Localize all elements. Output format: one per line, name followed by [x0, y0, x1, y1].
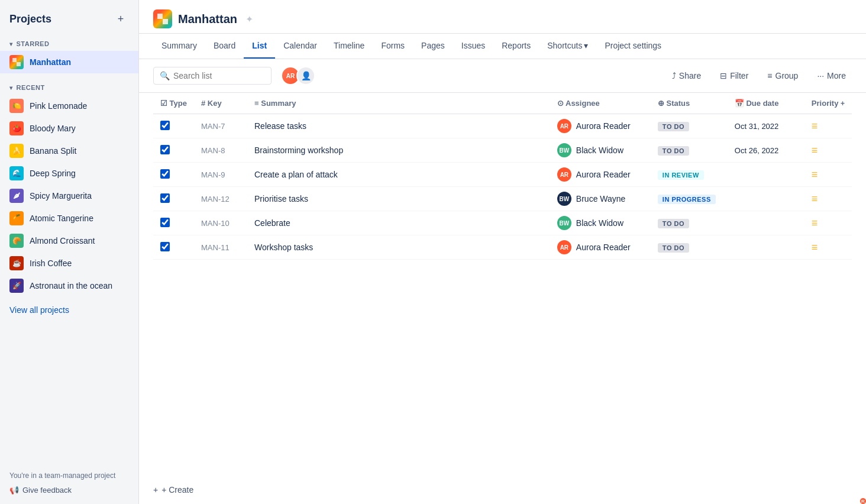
- tab-reports[interactable]: Reports: [493, 34, 539, 59]
- assignee-name: Black Widow: [576, 146, 623, 155]
- status-badge[interactable]: IN PROGRESS: [658, 195, 716, 204]
- starred-chevron-icon: ▾: [9, 41, 13, 47]
- row-summary-cell: Brainstorming workshop: [247, 138, 550, 163]
- share-button[interactable]: ⤴ Share: [666, 67, 707, 84]
- sidebar-item-label: Bloody Mary: [30, 124, 76, 133]
- task-summary: Brainstorming workshop: [254, 146, 343, 155]
- row-type-cell: [153, 235, 194, 260]
- task-key[interactable]: MAN-10: [201, 219, 230, 228]
- group-label: Group: [775, 71, 799, 80]
- recent-section-header[interactable]: ▾ RECENT: [0, 80, 138, 95]
- row-checkbox[interactable]: [160, 121, 170, 130]
- task-key[interactable]: MAN-9: [201, 170, 225, 179]
- row-checkbox[interactable]: [160, 169, 170, 179]
- assignee-avatar: AR: [557, 240, 571, 254]
- shortcuts-chevron-icon: ▾: [584, 41, 588, 50]
- row-checkbox[interactable]: [160, 242, 170, 251]
- sidebar-item-astronaut-ocean[interactable]: 🚀 Astronaut in the ocean: [0, 274, 138, 297]
- group-button[interactable]: ≡ Group: [761, 67, 804, 84]
- col-header-priority[interactable]: Priority +: [804, 93, 852, 114]
- tab-shortcuts[interactable]: Shortcuts ▾: [539, 34, 596, 59]
- row-duedate-cell: [728, 235, 804, 260]
- sidebar-item-banana-split[interactable]: 🍌 Banana Split: [0, 140, 138, 162]
- status-badge[interactable]: TO DO: [658, 243, 689, 253]
- tab-list[interactable]: List: [244, 34, 275, 59]
- table-row: MAN-11 Workshop tasks AR Aurora Reader T…: [153, 235, 852, 260]
- tab-project-settings[interactable]: Project settings: [596, 34, 670, 59]
- assignee-name: Aurora Reader: [576, 243, 631, 252]
- sidebar-item-almond-croissant[interactable]: 🥐 Almond Croissant: [0, 230, 138, 252]
- row-type-cell: [153, 138, 194, 163]
- sidebar-item-manhattan[interactable]: Manhattan: [0, 51, 138, 73]
- starred-section-header[interactable]: ▾ STARRED: [0, 37, 138, 51]
- sidebar-item-spicy-marguerita[interactable]: 🌶 Spicy Marguerita: [0, 185, 138, 207]
- row-checkbox[interactable]: [160, 193, 170, 203]
- sidebar-item-atomic-tangerine[interactable]: 🍊 Atomic Tangerine: [0, 207, 138, 230]
- status-badge[interactable]: IN REVIEW: [658, 170, 704, 180]
- task-key[interactable]: MAN-7: [201, 122, 225, 131]
- row-status-cell: TO DO: [651, 114, 728, 138]
- status-badge[interactable]: TO DO: [658, 219, 689, 228]
- more-icon: ···: [817, 71, 824, 80]
- col-header-summary: ≡ Summary: [247, 93, 550, 114]
- row-status-cell: TO DO: [651, 211, 728, 235]
- col-header-type: ☑ Type: [153, 93, 194, 114]
- task-key[interactable]: MAN-12: [201, 195, 230, 203]
- svg-rect-1: [17, 62, 21, 66]
- table-row: MAN-8 Brainstorming workshop BW Black Wi…: [153, 138, 852, 163]
- row-duedate-cell: [728, 211, 804, 235]
- row-assignee-cell: BW Black Widow: [550, 211, 651, 235]
- priority-icon: ≡: [812, 241, 818, 253]
- sidebar-item-pink-lemonade[interactable]: 🍋 Pink Lemonade: [0, 95, 138, 117]
- nav-tabs: Summary Board List Calendar Timeline For…: [139, 34, 866, 59]
- priority-icon: ≡: [812, 120, 818, 132]
- give-feedback-button[interactable]: 📢 Give feedback: [9, 486, 72, 495]
- tab-calendar[interactable]: Calendar: [275, 34, 325, 59]
- status-badge[interactable]: TO DO: [658, 122, 689, 131]
- sidebar-item-irish-coffee[interactable]: ☕ Irish Coffee: [0, 252, 138, 274]
- status-badge[interactable]: TO DO: [658, 146, 689, 156]
- more-button[interactable]: ··· More: [811, 67, 852, 84]
- row-key-cell: MAN-10: [194, 211, 247, 235]
- sidebar-item-deep-spring[interactable]: 🌊 Deep Spring: [0, 162, 138, 185]
- almond-croissant-icon: 🥐: [9, 234, 24, 248]
- tab-summary[interactable]: Summary: [153, 34, 205, 59]
- add-member-button[interactable]: 👤: [296, 66, 315, 85]
- row-checkbox[interactable]: [160, 218, 170, 227]
- view-all-projects-link[interactable]: View all projects: [0, 301, 138, 319]
- sidebar-item-label: Pink Lemonade: [30, 101, 87, 111]
- summary-col-icon: ≡: [254, 99, 259, 108]
- row-key-cell: MAN-11: [194, 235, 247, 260]
- task-key[interactable]: MAN-8: [201, 146, 225, 155]
- row-duedate-cell: Oct 26, 2022: [728, 138, 804, 163]
- atomic-tangerine-icon: 🍊: [9, 211, 24, 225]
- tab-issues[interactable]: Issues: [453, 34, 493, 59]
- assignee-avatar: AR: [557, 119, 571, 133]
- sidebar-item-label: Astronaut in the ocean: [30, 281, 112, 290]
- task-key[interactable]: MAN-11: [201, 243, 230, 252]
- row-checkbox[interactable]: [160, 145, 170, 154]
- tab-pages[interactable]: Pages: [413, 34, 453, 59]
- add-project-button[interactable]: +: [112, 11, 129, 27]
- status-col-icon: ⊕: [658, 99, 664, 108]
- tab-forms[interactable]: Forms: [373, 34, 413, 59]
- create-label: + Create: [161, 485, 193, 495]
- tab-board[interactable]: Board: [205, 34, 244, 59]
- search-box[interactable]: 🔍: [153, 67, 272, 85]
- col-header-status: ⊕ Status: [651, 93, 728, 114]
- filter-button[interactable]: ⊟ Filter: [714, 67, 754, 84]
- tab-timeline[interactable]: Timeline: [325, 34, 373, 59]
- shortcuts-label: Shortcuts: [547, 41, 582, 50]
- row-status-cell: IN PROGRESS: [651, 187, 728, 211]
- priority-icon: ≡: [812, 169, 818, 180]
- assignee-col-icon: ⊙: [557, 99, 564, 108]
- star-icon[interactable]: ✦: [245, 14, 253, 25]
- task-summary: Celebrate: [254, 218, 290, 228]
- feedback-label: Give feedback: [22, 486, 72, 495]
- search-input[interactable]: [173, 71, 265, 80]
- sidebar-item-bloody-mary[interactable]: 🍅 Bloody Mary: [0, 117, 138, 140]
- key-col-icon: #: [201, 99, 205, 108]
- create-button[interactable]: + + Create: [153, 482, 193, 498]
- type-col-icon: ☑: [160, 99, 167, 108]
- row-duedate-cell: [728, 187, 804, 211]
